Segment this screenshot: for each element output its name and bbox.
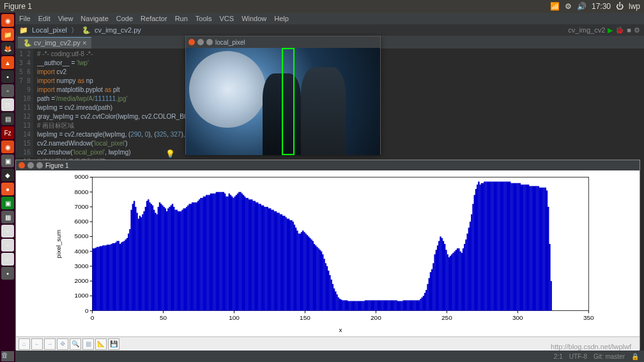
svg-rect-81: [155, 213, 156, 310]
svg-rect-269: [421, 298, 422, 311]
svg-text:8000: 8000: [74, 188, 89, 195]
breadcrumb-folder[interactable]: Local_pixel: [32, 26, 67, 34]
launcher-trash[interactable]: 🗑: [1, 351, 14, 361]
minimize-icon[interactable]: [27, 162, 34, 169]
svg-rect-305: [472, 204, 473, 310]
back-icon[interactable]: ←: [31, 338, 43, 350]
svg-rect-126: [218, 192, 220, 311]
pan-icon[interactable]: ✥: [57, 338, 68, 350]
power-icon[interactable]: ⏻: [616, 2, 624, 11]
svg-rect-311: [481, 183, 482, 311]
menu-view[interactable]: View: [58, 15, 73, 22]
svg-rect-359: [549, 244, 550, 311]
launcher-app1[interactable]: ▲: [1, 56, 14, 69]
tab-file[interactable]: 🐍 cv_img_cv2.py ×: [18, 37, 91, 49]
stop-icon[interactable]: ■: [627, 26, 631, 34]
launcher-pycharm[interactable]: ▣: [1, 197, 14, 209]
minimize-icon[interactable]: [197, 39, 204, 45]
close-icon[interactable]: [19, 162, 25, 169]
svg-rect-315: [487, 181, 488, 310]
launcher-firefox[interactable]: 🦊: [1, 42, 14, 55]
svg-rect-43: [101, 246, 102, 311]
menu-tools[interactable]: Tools: [195, 15, 212, 22]
settings-icon[interactable]: ⚙: [565, 2, 572, 11]
svg-rect-246: [388, 300, 390, 310]
plot-canvas[interactable]: 0100020003000400050006000700080009000050…: [16, 170, 640, 336]
svg-rect-207: [334, 289, 335, 311]
svg-rect-297: [461, 253, 463, 311]
breadcrumb-file[interactable]: cv_img_cv2.py: [95, 26, 141, 34]
debug-icon[interactable]: 🐞: [615, 26, 624, 34]
axis-icon[interactable]: 📐: [95, 338, 107, 350]
launcher-app8[interactable]: ▦: [1, 211, 14, 223]
menu-file[interactable]: File: [19, 15, 31, 22]
network-icon[interactable]: 📶: [550, 2, 560, 11]
svg-rect-313: [484, 181, 485, 310]
svg-rect-257: [404, 300, 406, 310]
launcher-files[interactable]: 📁: [1, 28, 14, 41]
svg-rect-196: [318, 248, 319, 311]
sound-icon[interactable]: 🔊: [577, 2, 586, 11]
svg-rect-156: [261, 206, 263, 311]
svg-rect-318: [491, 181, 492, 310]
launcher-app11[interactable]: ▫: [1, 253, 14, 266]
maximize-icon[interactable]: [36, 162, 43, 169]
svg-rect-45: [103, 245, 105, 310]
launcher-app2[interactable]: ▫: [1, 84, 14, 97]
svg-rect-84: [159, 202, 160, 311]
svg-rect-213: [342, 300, 343, 310]
tab-label: cv_img_cv2.py: [34, 39, 80, 47]
home-icon[interactable]: ⌂: [19, 338, 30, 350]
svg-rect-88: [165, 208, 166, 310]
maximize-icon[interactable]: [206, 39, 213, 45]
launcher-ubuntu[interactable]: ◉: [1, 140, 14, 153]
save-icon[interactable]: 💾: [108, 338, 119, 350]
menu-navigate[interactable]: Navigate: [80, 15, 108, 22]
close-icon[interactable]: ×: [82, 39, 86, 47]
run-icon[interactable]: ▶: [608, 26, 613, 34]
svg-rect-353: [540, 188, 542, 311]
svg-rect-254: [400, 301, 401, 311]
svg-rect-259: [407, 300, 408, 310]
svg-rect-351: [537, 186, 539, 310]
menu-help[interactable]: Help: [274, 15, 289, 22]
menu-refactor[interactable]: Refactor: [141, 15, 167, 22]
launcher-app7[interactable]: ●: [1, 183, 14, 195]
launcher-app10[interactable]: ▫: [1, 239, 14, 252]
svg-rect-40: [96, 247, 98, 311]
run-config[interactable]: cv_img_cv2: [568, 26, 605, 34]
svg-rect-336: [516, 183, 518, 311]
svg-rect-248: [392, 300, 393, 310]
launcher-app12[interactable]: ▪: [1, 267, 14, 280]
intention-bulb-icon[interactable]: 💡: [165, 149, 175, 158]
zoom-icon[interactable]: 🔍: [70, 338, 81, 350]
launcher-app3[interactable]: □: [1, 98, 14, 111]
menu-code[interactable]: Code: [116, 15, 133, 22]
launcher-app5[interactable]: ▣: [1, 155, 14, 167]
svg-rect-172: [284, 216, 285, 311]
forward-icon[interactable]: →: [44, 338, 56, 350]
launcher-app6[interactable]: ◆: [1, 169, 14, 181]
svg-rect-181: [296, 230, 298, 310]
menu-vcs[interactable]: VCS: [220, 15, 234, 22]
subplot-icon[interactable]: ▦: [82, 338, 94, 350]
svg-rect-296: [459, 252, 461, 311]
svg-rect-110: [196, 202, 197, 311]
svg-rect-148: [250, 199, 251, 310]
tool-icon[interactable]: ⚙: [634, 26, 640, 34]
menu-edit[interactable]: Edit: [38, 15, 50, 22]
svg-rect-37: [93, 248, 94, 311]
launcher-filezilla[interactable]: Fz: [1, 126, 14, 139]
menu-window[interactable]: Window: [241, 15, 266, 22]
svg-rect-211: [339, 299, 341, 311]
launcher-dash[interactable]: ◉: [1, 14, 14, 27]
close-icon[interactable]: [188, 39, 195, 45]
svg-rect-354: [542, 188, 543, 311]
ide-statusbar: 2:1 UTF-8 Git: master 🔒: [15, 351, 644, 362]
launcher-app4[interactable]: ▤: [1, 112, 14, 125]
launcher-terminal[interactable]: ▪: [1, 70, 14, 83]
menu-run[interactable]: Run: [175, 15, 188, 22]
svg-rect-285: [444, 244, 445, 311]
opencv-preview-window[interactable]: local_pixel: [185, 36, 381, 155]
launcher-app9[interactable]: ▫: [1, 225, 14, 238]
